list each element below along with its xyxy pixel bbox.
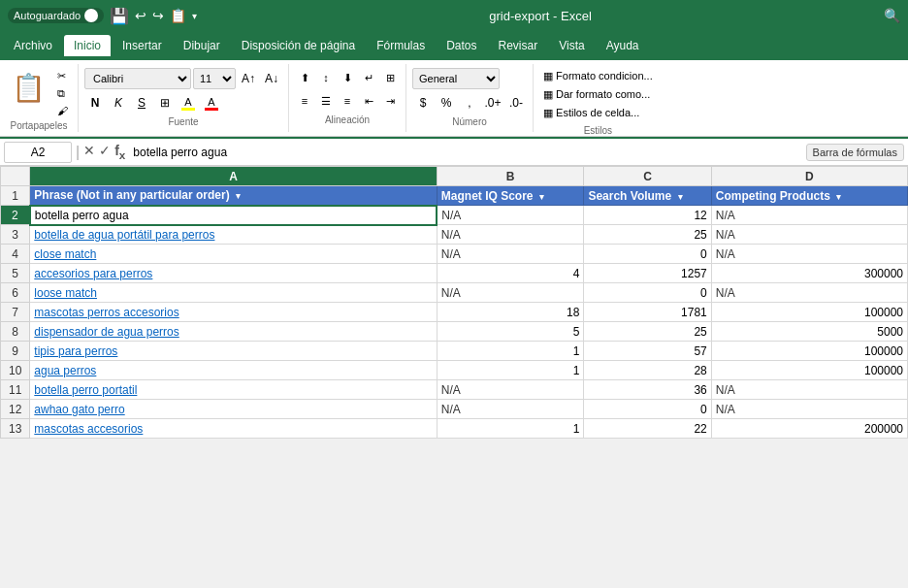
menu-formulas[interactable]: Fórmulas xyxy=(367,35,435,56)
cell-d-10[interactable]: 100000 xyxy=(711,361,907,380)
align-top-button[interactable]: ⬆ xyxy=(295,68,314,87)
cell-b-13[interactable]: 1 xyxy=(437,419,584,439)
align-bottom-button[interactable]: ⬇ xyxy=(338,68,357,87)
percent-button[interactable]: % xyxy=(436,93,457,113)
cell-b-10[interactable]: 1 xyxy=(437,361,584,380)
cell-d-8[interactable]: 5000 xyxy=(711,322,907,342)
cell-d-5[interactable]: 300000 xyxy=(711,264,907,283)
cell-c-3[interactable]: 25 xyxy=(584,225,711,245)
col-header-c[interactable]: C xyxy=(584,167,711,186)
comma-button[interactable]: , xyxy=(459,93,480,113)
cell-b-6[interactable]: N/A xyxy=(437,283,584,303)
menu-inicio[interactable]: Inicio xyxy=(64,35,111,56)
cell-a-9[interactable]: tipis para perros xyxy=(30,342,437,361)
underline-button[interactable]: S xyxy=(131,93,152,113)
filter-icon-d[interactable]: ▾ xyxy=(836,192,841,202)
cell-d-6[interactable]: N/A xyxy=(711,283,907,303)
italic-button[interactable]: K xyxy=(108,93,129,113)
paste-button[interactable]: 📋 xyxy=(6,68,51,108)
cell-d-12[interactable]: N/A xyxy=(711,400,907,419)
cancel-formula-icon[interactable]: ✕ xyxy=(83,143,95,161)
insert-function-icon[interactable]: fx xyxy=(114,143,125,161)
cell-a-8[interactable]: dispensador de agua perros xyxy=(30,322,437,342)
cell-d-3[interactable]: N/A xyxy=(711,225,907,245)
font-family-select[interactable]: Calibri xyxy=(84,68,191,89)
cell-c-7[interactable]: 1781 xyxy=(584,303,711,322)
cell-c-10[interactable]: 28 xyxy=(584,361,711,380)
cell-a-3[interactable]: botella de agua portátil para perros xyxy=(30,225,437,245)
cell-c-5[interactable]: 1257 xyxy=(584,264,711,283)
menu-ayuda[interactable]: Ayuda xyxy=(597,35,649,56)
format-painter-button[interactable]: 🖌 xyxy=(53,103,72,118)
increase-decimal-button[interactable]: .0+ xyxy=(482,93,503,113)
menu-revisar[interactable]: Revisar xyxy=(489,35,548,56)
cell-d-11[interactable]: N/A xyxy=(711,380,907,400)
border-button[interactable]: ⊞ xyxy=(154,93,176,113)
cell-a-6[interactable]: loose match xyxy=(30,283,437,303)
cell-c-13[interactable]: 22 xyxy=(584,419,711,439)
redo-icon[interactable]: ↪ xyxy=(152,8,164,23)
cell-b-11[interactable]: N/A xyxy=(437,380,584,400)
cell-b-8[interactable]: 5 xyxy=(437,322,584,342)
cell-d-7[interactable]: 100000 xyxy=(711,303,907,322)
cell-b-12[interactable]: N/A xyxy=(437,400,584,419)
filter-icon-a[interactable]: ▾ xyxy=(236,191,241,201)
header-cell-a[interactable]: Phrase (Not in any particular order) ▾ xyxy=(30,186,437,206)
cell-d-4[interactable]: N/A xyxy=(711,245,907,264)
copy-button[interactable]: ⧉ xyxy=(53,85,72,102)
cell-a-13[interactable]: mascotas accesorios xyxy=(30,419,437,439)
cell-c-4[interactable]: 0 xyxy=(584,245,711,264)
cell-a-12[interactable]: awhao gato perro xyxy=(30,400,437,419)
cell-c-8[interactable]: 25 xyxy=(584,322,711,342)
bold-button[interactable]: N xyxy=(84,93,106,113)
fill-color-button[interactable]: A xyxy=(178,93,199,113)
cell-b-5[interactable]: 4 xyxy=(437,264,584,283)
font-size-select[interactable]: 11 xyxy=(193,68,236,89)
cell-a-2[interactable]: botella perro agua xyxy=(30,206,437,225)
align-right-button[interactable]: ≡ xyxy=(338,91,357,111)
cell-d-9[interactable]: 100000 xyxy=(711,342,907,361)
cell-a-4[interactable]: close match xyxy=(30,245,437,264)
cell-d-13[interactable]: 200000 xyxy=(711,419,907,439)
menu-archivo[interactable]: Archivo xyxy=(4,35,62,56)
filter-icon-b[interactable]: ▾ xyxy=(539,192,544,202)
cell-c-12[interactable]: 0 xyxy=(584,400,711,419)
menu-vista[interactable]: Vista xyxy=(549,35,594,56)
cell-c-6[interactable]: 0 xyxy=(584,283,711,303)
cell-c-9[interactable]: 57 xyxy=(584,342,711,361)
cell-a-5[interactable]: accesorios para perros xyxy=(30,264,437,283)
menu-datos[interactable]: Datos xyxy=(437,35,486,56)
cell-a-7[interactable]: mascotas perros accesorios xyxy=(30,303,437,322)
menu-dibujar[interactable]: Dibujar xyxy=(174,35,230,56)
align-middle-button[interactable]: ↕ xyxy=(316,68,336,87)
menu-insertar[interactable]: Insertar xyxy=(113,35,172,56)
increase-indent-button[interactable]: ⇥ xyxy=(380,91,400,111)
cell-a-11[interactable]: botella perro portatil xyxy=(30,380,437,400)
cell-styles-button[interactable]: ▦ Estilos de celda... xyxy=(539,105,657,121)
col-header-b[interactable]: B xyxy=(437,167,584,186)
merge-button[interactable]: ⊞ xyxy=(380,68,400,87)
increase-font-button[interactable]: A↑ xyxy=(238,69,259,88)
save-icon[interactable]: 💾 xyxy=(110,7,129,25)
decrease-font-button[interactable]: A↓ xyxy=(261,69,282,88)
font-color-button[interactable]: A xyxy=(201,93,222,113)
number-format-select[interactable]: General xyxy=(412,68,500,89)
header-cell-d[interactable]: Competing Products ▾ xyxy=(711,186,907,206)
cell-b-2[interactable]: N/A xyxy=(437,206,584,225)
wrap-text-button[interactable]: ↵ xyxy=(359,68,378,87)
col-header-d[interactable]: D xyxy=(711,167,907,186)
cell-d-2[interactable]: N/A xyxy=(711,206,907,225)
macro-icon[interactable]: 📋 xyxy=(170,8,186,23)
format-as-table-button[interactable]: ▦ Dar formato como... xyxy=(539,86,657,103)
cell-reference-input[interactable] xyxy=(4,142,72,163)
cut-button[interactable]: ✂ xyxy=(53,68,72,84)
cell-b-4[interactable]: N/A xyxy=(437,245,584,264)
conditional-format-button[interactable]: ▦ Formato condicion... xyxy=(539,68,657,84)
align-left-button[interactable]: ≡ xyxy=(295,91,314,111)
confirm-formula-icon[interactable]: ✓ xyxy=(99,143,111,161)
header-cell-c[interactable]: Search Volume ▾ xyxy=(584,186,711,206)
formula-input[interactable] xyxy=(129,142,801,163)
dropdown-icon[interactable]: ▾ xyxy=(192,11,197,21)
autosave-toggle[interactable]: Autoguardado xyxy=(8,8,104,23)
decrease-indent-button[interactable]: ⇤ xyxy=(359,91,378,111)
